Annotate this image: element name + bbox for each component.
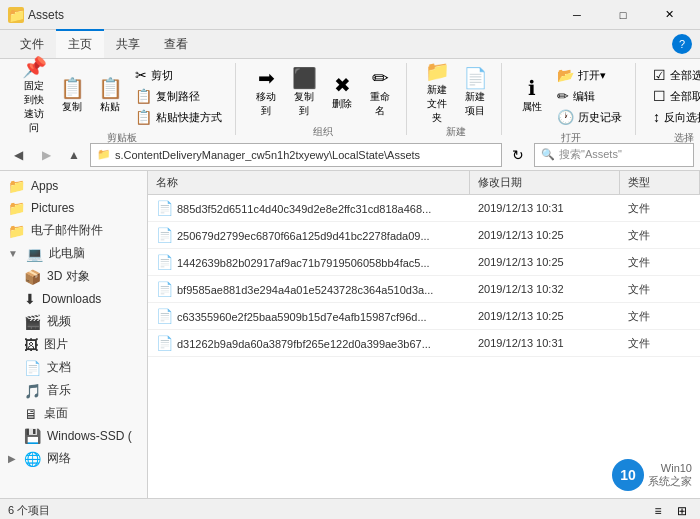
move-icon: ➡ bbox=[258, 68, 275, 88]
paste-shortcut-button[interactable]: 📋 粘贴快捷方式 bbox=[130, 107, 227, 127]
edit-button[interactable]: ✏ 编辑 bbox=[552, 86, 627, 106]
sidebar-item-videos[interactable]: 🎬 视频 bbox=[0, 310, 147, 333]
tab-share[interactable]: 共享 bbox=[104, 30, 152, 58]
sidebar-item-windows-ssd[interactable]: 💾 Windows-SSD ( bbox=[0, 425, 147, 447]
tab-home[interactable]: 主页 bbox=[56, 29, 104, 58]
column-header-name[interactable]: 名称 bbox=[148, 171, 470, 194]
table-row[interactable]: 📄250679d2799ec6870f66a125d9d41bc2278fada… bbox=[148, 222, 700, 249]
new-folder-icon: 📁 bbox=[425, 61, 450, 81]
select-all-button[interactable]: ☑ 全部选择 bbox=[648, 65, 700, 85]
help-button[interactable]: ? bbox=[672, 34, 692, 54]
invert-selection-button[interactable]: ↕ 反向选择 bbox=[648, 107, 700, 127]
copy-path-icon: 📋 bbox=[135, 88, 152, 104]
clipboard-small-buttons: ✂ 剪切 📋 复制路径 📋 粘贴快捷方式 bbox=[130, 65, 227, 127]
address-box[interactable]: 📁 s.ContentDeliveryManager_cw5n1h2txyewy… bbox=[90, 143, 502, 167]
paste-shortcut-icon: 📋 bbox=[135, 109, 152, 125]
tab-file[interactable]: 文件 bbox=[8, 30, 56, 58]
file-name-cell: 📄c63355960e2f25baa5909b15d7e4afb15987cf9… bbox=[148, 306, 470, 326]
file-icon: 📄 bbox=[156, 281, 173, 297]
new-folder-button[interactable]: 📁 新建 文件夹 bbox=[419, 65, 455, 121]
windows-ssd-icon: 💾 bbox=[24, 428, 41, 444]
open-buttons: ℹ 属性 📂 打开▾ ✏ 编辑 🕐 历史记录 bbox=[514, 65, 627, 127]
copy-to-button[interactable]: ⬛ 复制到 bbox=[286, 65, 322, 121]
tab-view[interactable]: 查看 bbox=[152, 30, 200, 58]
file-icon: 📄 bbox=[156, 308, 173, 324]
delete-button[interactable]: ✖ 删除 bbox=[324, 65, 360, 121]
select-none-button[interactable]: ☐ 全部取消 bbox=[648, 86, 700, 106]
sidebar: 📁 Apps 📁 Pictures 📁 电子邮件附件 ▼ 💻 此电脑 📦 3D … bbox=[0, 171, 148, 498]
file-date-cell: 2019/12/13 10:31 bbox=[470, 200, 620, 216]
file-date-cell: 2019/12/13 10:25 bbox=[470, 308, 620, 324]
pictures-folder-icon: 📁 bbox=[8, 200, 25, 216]
copy-icon: 📋 bbox=[60, 78, 85, 98]
copy-path-button[interactable]: 📋 复制路径 bbox=[130, 86, 227, 106]
sidebar-item-this-pc[interactable]: ▼ 💻 此电脑 bbox=[0, 242, 147, 265]
sidebar-item-desktop[interactable]: 🖥 桌面 bbox=[0, 402, 147, 425]
file-icon: 📄 bbox=[156, 254, 173, 270]
status-bar: 6 个项目 ≡ ⊞ bbox=[0, 498, 700, 519]
videos-icon: 🎬 bbox=[24, 314, 41, 330]
win10-logo: 10 bbox=[612, 459, 644, 491]
address-path: s.ContentDeliveryManager_cw5n1h2txyewy\L… bbox=[115, 149, 420, 161]
pin-to-quickaccess-button[interactable]: 📌 固定到快 速访问 bbox=[16, 68, 52, 124]
open-button[interactable]: 📂 打开▾ bbox=[552, 65, 627, 85]
music-icon: 🎵 bbox=[24, 383, 41, 399]
sidebar-item-3d-label: 3D 对象 bbox=[47, 268, 90, 285]
organize-label: 组织 bbox=[313, 123, 333, 139]
sidebar-item-email-attachments[interactable]: 📁 电子邮件附件 bbox=[0, 219, 147, 242]
column-header-date[interactable]: 修改日期 bbox=[470, 171, 620, 194]
move-to-button[interactable]: ➡ 移动到 bbox=[248, 65, 284, 121]
network-expand-icon: ▶ bbox=[8, 453, 16, 464]
new-buttons: 📁 新建 文件夹 📄 新建 项目 bbox=[419, 65, 493, 121]
table-row[interactable]: 📄d31262b9a9da60a3879fbf265e122d0a399ae3b… bbox=[148, 330, 700, 357]
ribbon-group-open: ℹ 属性 📂 打开▾ ✏ 编辑 🕐 历史记录 打开 bbox=[506, 63, 636, 135]
cut-button[interactable]: ✂ 剪切 bbox=[130, 65, 227, 85]
up-button[interactable]: ▲ bbox=[62, 143, 86, 167]
minimize-button[interactable]: ─ bbox=[554, 0, 600, 30]
sidebar-item-network[interactable]: ▶ 🌐 网络 bbox=[0, 447, 147, 470]
sidebar-item-documents[interactable]: 📄 文档 bbox=[0, 356, 147, 379]
sidebar-item-music[interactable]: 🎵 音乐 bbox=[0, 379, 147, 402]
refresh-button[interactable]: ↻ bbox=[506, 143, 530, 167]
sidebar-item-apps-label: Apps bbox=[31, 179, 58, 193]
copy-button[interactable]: 📋 复制 bbox=[54, 68, 90, 124]
ribbon-group-select: ☑ 全部选择 ☐ 全部取消 ↕ 反向选择 选择 bbox=[640, 63, 700, 135]
address-folder-icon: 📁 bbox=[97, 148, 111, 161]
close-button[interactable]: ✕ bbox=[646, 0, 692, 30]
table-row[interactable]: 📄885d3f52d6511c4d40c349d2e8e2ffc31cd818a… bbox=[148, 195, 700, 222]
table-row[interactable]: 📄bf9585ae881d3e294a4a01e5243728c364a510d… bbox=[148, 276, 700, 303]
sidebar-item-windows-ssd-label: Windows-SSD ( bbox=[47, 429, 132, 443]
paste-button[interactable]: 📋 粘贴 bbox=[92, 68, 128, 124]
search-box[interactable]: 🔍 搜索"Assets" bbox=[534, 143, 694, 167]
file-list: 名称 修改日期 类型 📄885d3f52d6511c4d40c349d2e8e2… bbox=[148, 171, 700, 498]
new-item-button[interactable]: 📄 新建 项目 bbox=[457, 65, 493, 121]
address-bar: ◀ ▶ ▲ 📁 s.ContentDeliveryManager_cw5n1h2… bbox=[0, 139, 700, 171]
back-button[interactable]: ◀ bbox=[6, 143, 30, 167]
sidebar-item-pictures2[interactable]: 🖼 图片 bbox=[0, 333, 147, 356]
properties-button[interactable]: ℹ 属性 bbox=[514, 68, 550, 124]
table-row[interactable]: 📄1442639b82b02917af9ac71b7919506058bb4fa… bbox=[148, 249, 700, 276]
column-header-type[interactable]: 类型 bbox=[620, 171, 700, 194]
title-bar-left: 📁 Assets bbox=[8, 7, 64, 23]
sidebar-item-3d-objects[interactable]: 📦 3D 对象 bbox=[0, 265, 147, 288]
table-row[interactable]: 📄c63355960e2f25baa5909b15d7e4afb15987cf9… bbox=[148, 303, 700, 330]
sidebar-item-downloads[interactable]: ⬇ Downloads bbox=[0, 288, 147, 310]
new-item-icon: 📄 bbox=[463, 68, 488, 88]
rename-button[interactable]: ✏ 重命名 bbox=[362, 65, 398, 121]
forward-button[interactable]: ▶ bbox=[34, 143, 58, 167]
history-button[interactable]: 🕐 历史记录 bbox=[552, 107, 627, 127]
sidebar-item-apps[interactable]: 📁 Apps bbox=[0, 175, 147, 197]
detail-view-button[interactable]: ⊞ bbox=[672, 501, 692, 520]
history-icon: 🕐 bbox=[557, 109, 574, 125]
sidebar-item-videos-label: 视频 bbox=[47, 313, 71, 330]
file-rows-container: 📄885d3f52d6511c4d40c349d2e8e2ffc31cd818a… bbox=[148, 195, 700, 357]
sidebar-item-pictures[interactable]: 📁 Pictures bbox=[0, 197, 147, 219]
watermark: 10 Win10 系统之家 bbox=[612, 459, 692, 491]
file-name-cell: 📄885d3f52d6511c4d40c349d2e8e2ffc31cd818a… bbox=[148, 198, 470, 218]
search-placeholder: 搜索"Assets" bbox=[559, 147, 622, 162]
documents-icon: 📄 bbox=[24, 360, 41, 376]
invert-icon: ↕ bbox=[653, 109, 660, 125]
maximize-button[interactable]: □ bbox=[600, 0, 646, 30]
list-view-button[interactable]: ≡ bbox=[648, 501, 668, 520]
status-count: 6 个项目 bbox=[8, 503, 50, 518]
